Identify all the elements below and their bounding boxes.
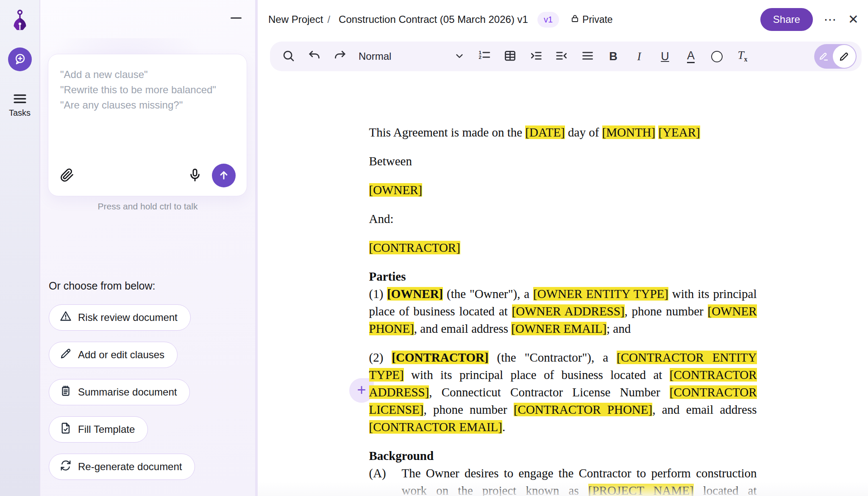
action-pill-re-generate-document[interactable]: Re-generate document <box>49 454 195 480</box>
text-run: Background <box>369 449 434 463</box>
minimize-assistant-button[interactable] <box>229 13 243 20</box>
document-scroll-area[interactable]: + This Agreement is made on the [DATE] d… <box>258 71 868 496</box>
text-run: (the "Contractor"), a <box>489 351 617 364</box>
tasks-label: Tasks <box>9 108 31 118</box>
action-pill-summarise-document[interactable]: Summarise document <box>49 379 190 405</box>
document-page[interactable]: This Agreement is made on the [DATE] day… <box>369 124 757 496</box>
new-chat-button[interactable] <box>8 47 32 71</box>
attach-file-button[interactable] <box>59 167 75 184</box>
redo-button[interactable] <box>333 47 347 66</box>
action-list: Risk review documentAdd or edit clausesS… <box>49 304 195 480</box>
indent-decrease-button[interactable] <box>554 47 569 66</box>
document-paragraph[interactable]: [OWNER] <box>369 181 757 199</box>
edit-mode-toggle[interactable] <box>814 44 857 69</box>
tasks-menu-button[interactable]: Tasks <box>9 93 31 118</box>
document-title[interactable]: Construction Contract (05 March 2026) v1 <box>339 14 528 25</box>
svg-text:1: 1 <box>479 50 481 55</box>
document-heading[interactable]: Parties <box>369 268 757 285</box>
close-document-button[interactable]: ✕ <box>848 13 859 26</box>
assistant-panel: "Add a new clause" "Rewrite this to be m… <box>40 0 258 496</box>
text-run: Parties <box>369 270 406 283</box>
action-pill-label: Risk review document <box>78 312 178 323</box>
document-paragraph[interactable]: (2) [CONTRACTOR] (the "Contractor"), a [… <box>369 349 757 436</box>
highlighted-placeholder: [DATE] <box>525 125 565 139</box>
action-pill-label: Add or edit clauses <box>78 349 164 361</box>
highlight-color-button[interactable] <box>709 47 724 66</box>
pen-nib-logo-icon[interactable] <box>9 9 31 36</box>
privacy-status[interactable]: Private <box>570 14 613 26</box>
paperclip-icon <box>59 167 75 184</box>
document-paragraph[interactable]: (A)The Owner desires to engage the Contr… <box>369 465 757 496</box>
share-button[interactable]: Share <box>760 8 813 31</box>
plus-icon: + <box>357 382 366 398</box>
ellipsis-icon: ⋯ <box>824 13 837 26</box>
redo-icon <box>333 49 347 64</box>
editor-toolbar: Normal 1 2 <box>270 42 862 71</box>
text-run: , and email address <box>652 403 757 416</box>
table-icon <box>503 49 517 64</box>
chat-input[interactable]: "Add a new clause" "Rewrite this to be m… <box>48 54 247 196</box>
chat-placeholder-line: "Add a new clause" <box>60 67 235 82</box>
file-check-icon <box>59 422 72 437</box>
insert-table-button[interactable] <box>503 47 517 66</box>
voice-input-button[interactable] <box>187 167 203 184</box>
warning-triangle-icon <box>59 310 72 325</box>
align-button[interactable] <box>580 47 595 66</box>
breadcrumb: New Project / Construction Contract (05 … <box>268 14 528 25</box>
action-pill-add-or-edit-clauses[interactable]: Add or edit clauses <box>49 342 178 368</box>
underline-button[interactable]: U <box>658 47 672 66</box>
text-run: , phone number <box>423 403 514 416</box>
document-header: New Project / Construction Contract (05 … <box>258 0 868 39</box>
text-run: with its principal place of business loc… <box>404 368 670 382</box>
minimize-icon <box>231 17 242 19</box>
lock-icon <box>570 14 580 26</box>
font-color-button[interactable]: A <box>684 47 698 66</box>
font-color-icon: A <box>687 50 695 63</box>
indent-increase-button[interactable] <box>529 47 543 66</box>
bold-icon: B <box>609 51 618 62</box>
document-paragraph[interactable]: (1) [OWNER] (the "Owner"), a [OWNER ENTI… <box>369 285 757 337</box>
highlighted-placeholder: [OWNER ENTITY TYPE] <box>533 287 668 301</box>
document-paragraph[interactable]: Between <box>369 153 757 170</box>
close-icon: ✕ <box>848 13 859 26</box>
version-badge[interactable]: v1 <box>537 12 559 28</box>
chat-controls <box>48 164 247 187</box>
text-run: (1) <box>369 287 387 301</box>
document-heading[interactable]: Background <box>369 447 757 465</box>
text-run: (2) <box>369 351 392 364</box>
clear-formatting-button[interactable]: Tx <box>735 47 750 66</box>
color-swatch-icon <box>711 51 723 62</box>
indent-decrease-icon <box>555 49 569 64</box>
undo-button[interactable] <box>307 47 321 66</box>
privacy-label: Private <box>582 14 613 25</box>
voice-hint: Press and hold ctrl to talk <box>40 201 255 212</box>
highlighted-placeholder: [PROJECT NAME] <box>588 484 694 496</box>
highlighted-placeholder: [YEAR] <box>658 125 700 139</box>
bold-button[interactable]: B <box>606 47 620 66</box>
action-pill-label: Re-generate document <box>78 461 182 473</box>
text-run: This Agreement is made on the <box>369 125 526 139</box>
pencil-icon <box>59 347 72 362</box>
breadcrumb-project-link[interactable]: New Project <box>268 14 323 25</box>
more-options-button[interactable]: ⋯ <box>824 13 837 26</box>
svg-text:2: 2 <box>479 55 481 60</box>
align-justify-icon <box>581 49 595 64</box>
document-paragraph[interactable]: And: <box>369 210 757 228</box>
numbered-list-button[interactable]: 1 2 <box>477 47 491 66</box>
document-paragraph[interactable]: This Agreement is made on the [DATE] day… <box>369 124 757 141</box>
action-pill-fill-template[interactable]: Fill Template <box>49 416 148 443</box>
chat-placeholder-line: "Rewrite this to be more balanced" <box>60 82 235 98</box>
paragraph-style-value: Normal <box>359 50 391 62</box>
send-message-button[interactable] <box>212 164 236 187</box>
microphone-icon <box>187 167 203 184</box>
document-paragraph[interactable]: [CONTRACTOR] <box>369 239 757 256</box>
paragraph-style-select[interactable]: Normal <box>359 50 465 63</box>
text-run: , Connecticut Contractor License Number <box>429 385 669 399</box>
text-run: ; and <box>606 322 631 335</box>
search-button[interactable] <box>281 47 295 66</box>
action-pill-risk-review-document[interactable]: Risk review document <box>49 304 191 331</box>
italic-button[interactable]: I <box>632 47 646 66</box>
paragraph-label: (A) <box>369 465 386 482</box>
numbered-list-icon: 1 2 <box>477 49 491 64</box>
highlighted-placeholder: [MONTH] <box>602 125 656 139</box>
